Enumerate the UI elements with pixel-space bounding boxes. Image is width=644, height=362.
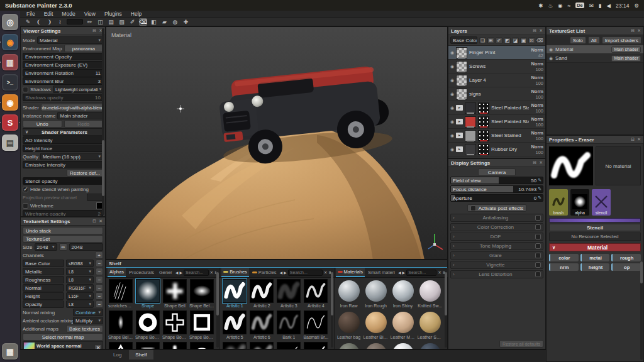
material-channel-rough-button[interactable]: rough [611, 254, 641, 261]
shelf-column-scrollbar[interactable] [445, 269, 447, 348]
remove-channel-button[interactable]: − [96, 284, 103, 292]
layer-visibility-icon[interactable]: ◉ [450, 78, 454, 83]
layer-thumbnail[interactable] [456, 47, 467, 58]
shelf-item[interactable]: Artistic 2 [249, 279, 274, 310]
menu-mode[interactable]: Mode [62, 11, 75, 17]
instance-name-field[interactable]: Main shader [57, 112, 103, 119]
stencil-resource-field[interactable]: No Resource Selected [549, 233, 641, 241]
shelf-tab-procedurals[interactable]: Procedurals [127, 268, 156, 277]
layer-thumbnail[interactable] [456, 61, 467, 72]
shelf-item[interactable]: Nickel Pure [391, 342, 416, 349]
float-panel-icon[interactable]: ⊟ [92, 219, 96, 224]
expand-chevron-icon[interactable]: › [453, 272, 455, 277]
float-panel-icon[interactable]: ⊟ [631, 137, 635, 142]
shelf-tab-smart-materi[interactable]: Smart materi [366, 268, 397, 277]
folder-icon[interactable]: ▸ [456, 119, 463, 124]
section-checkbox[interactable] [535, 224, 541, 230]
layer-blend-opacity[interactable]: Norm100 [531, 144, 543, 155]
shelf-item[interactable]: Shape Bord... [135, 310, 160, 341]
layer-thumbnail[interactable] [465, 144, 476, 155]
shader-button[interactable]: pbr-metal-rough-with-alpha-blend [41, 104, 103, 111]
layer-blend-opacity[interactable]: Norm100 [531, 130, 543, 141]
launcher-file-manager[interactable]: ▥ [2, 54, 18, 70]
channel-format-select[interactable]: sRGB8 [66, 260, 94, 267]
close-panel-icon[interactable]: ✕ [539, 160, 543, 165]
shelf-item[interactable]: scratches_01 [108, 279, 133, 310]
channel-name[interactable]: Roughness [23, 276, 64, 283]
restore-all-defaults-button[interactable]: Restore all defaults [499, 340, 543, 348]
section-checkbox[interactable] [535, 215, 541, 221]
layer-visibility-icon[interactable]: ◉ [450, 133, 454, 138]
tab-scroll-right-icon[interactable]: ▶ [284, 270, 287, 275]
launcher-usb-drive[interactable]: ▤ [2, 134, 18, 151]
camera-tab[interactable]: Camera [478, 168, 516, 176]
shader-parameters-header[interactable]: ∨Shader Parameters [23, 128, 103, 136]
shelf-item[interactable]: Shape Bell [162, 279, 187, 310]
new-layer-icon[interactable]: ⊡ [528, 37, 535, 44]
post-effects-checkbox[interactable] [470, 206, 476, 211]
paint-tool-icon[interactable]: ✐ [128, 18, 136, 26]
env-opacity-slider[interactable]: Environment Opacity [23, 53, 103, 60]
nvidia-indicator-icon[interactable]: ◉ [558, 3, 562, 9]
plant-indicator-icon[interactable]: ✱ [538, 3, 543, 9]
layer-mask-thumbnail[interactable] [478, 116, 489, 128]
tab-scroll-right-icon[interactable]: ▶ [179, 270, 182, 275]
layer-row[interactable]: ◉Finger PrintNorm42 [448, 46, 545, 60]
section-checkbox[interactable] [535, 272, 541, 277]
add-smart-material-icon[interactable]: ◪ [512, 37, 519, 44]
layer-thumbnail[interactable] [465, 102, 476, 114]
launcher-ubuntu-dash[interactable]: ◎ [2, 14, 18, 30]
expand-chevron-icon[interactable]: › [453, 243, 455, 249]
ao-mixing-select[interactable]: Multiply [73, 317, 103, 324]
expand-chevron-icon[interactable]: › [453, 234, 455, 239]
viewer-mode-icon[interactable]: ◫ [96, 18, 104, 26]
clear-search-icon[interactable]: ✕ [210, 270, 214, 275]
shelf-item[interactable]: Iron Shiny [391, 279, 416, 310]
menu-edit[interactable]: Edit [44, 11, 53, 17]
expand-chevron-icon[interactable]: › [453, 224, 455, 230]
projection-tool-icon[interactable]: ◧ [150, 18, 158, 26]
stencil-section-header[interactable]: Stencil [549, 224, 641, 231]
channel-name[interactable]: Opacity [23, 300, 64, 308]
layer-visibility-icon[interactable]: ◉ [450, 64, 454, 69]
viewport-3d[interactable]: Material [106, 26, 448, 260]
layer-blend-opacity[interactable]: Norm42 [531, 47, 543, 58]
battery-indicator-icon[interactable]: ▮ [599, 3, 602, 9]
layer-blend-opacity[interactable]: Norm100 [531, 89, 543, 100]
size-lock-icon[interactable]: ∞ [59, 243, 67, 251]
shelf-item[interactable]: Leather bag [336, 310, 362, 341]
shelf-tab-alphas[interactable]: Alphas [108, 268, 126, 277]
material-section-header[interactable]: ∨Material [549, 243, 641, 251]
edit-value-icon[interactable]: ✎ [538, 195, 543, 200]
shelf-item[interactable]: Iron Raw [336, 279, 362, 310]
section-checkbox[interactable] [535, 253, 541, 258]
height-force-slider[interactable]: Height force [23, 145, 103, 152]
menu-file[interactable]: File [26, 11, 35, 17]
shadows-mode-select[interactable]: Lightweight computati [53, 85, 103, 93]
layer-mask-thumbnail[interactable] [478, 144, 489, 155]
projection-preview-select[interactable] [87, 194, 103, 201]
size-height-field[interactable]: 2048 [69, 243, 103, 251]
hide-stencil-checkbox[interactable] [23, 187, 28, 192]
menu-help[interactable]: Help [131, 11, 142, 17]
stencil-opacity-slider[interactable]: Stencil opacity [23, 177, 103, 185]
restore-defaults-button[interactable]: Restore def... [67, 169, 103, 177]
symmetry-left-icon[interactable]: ❨ [35, 18, 43, 26]
polygon-fill-tool-icon[interactable]: ▰ [160, 18, 169, 26]
shelf-item[interactable]: Artistic 3 [276, 279, 301, 310]
env-exposure-slider[interactable]: Environment Exposure (EV) [23, 61, 103, 69]
eraser-tool-icon[interactable]: ⌫ [139, 18, 147, 26]
remove-channel-button[interactable]: − [96, 268, 103, 275]
shelf-item[interactable]: Mortar wall [364, 342, 389, 349]
shelf-item[interactable]: Artistic 5 [222, 310, 247, 341]
env-rotation-slider[interactable]: Environment Rotation11 [23, 69, 103, 77]
material-channel-nrm-button[interactable]: nrm [549, 263, 579, 271]
shelf-tab-brushes[interactable]: Brushes [221, 268, 249, 277]
tool-alpha-button[interactable]: alpha [570, 189, 589, 216]
display-param-slider[interactable]: Focus distance10.7493✎ [450, 185, 543, 193]
shelf-search-input[interactable] [184, 270, 208, 276]
shelf-item[interactable]: Shape Bell ... [108, 310, 133, 341]
solo-view-icon[interactable]: ▤ [107, 18, 115, 26]
symmetry-right-icon[interactable]: ❩ [45, 18, 53, 26]
layer-row[interactable]: ◉▸Steel Painted StainedNorm100 [448, 115, 545, 129]
